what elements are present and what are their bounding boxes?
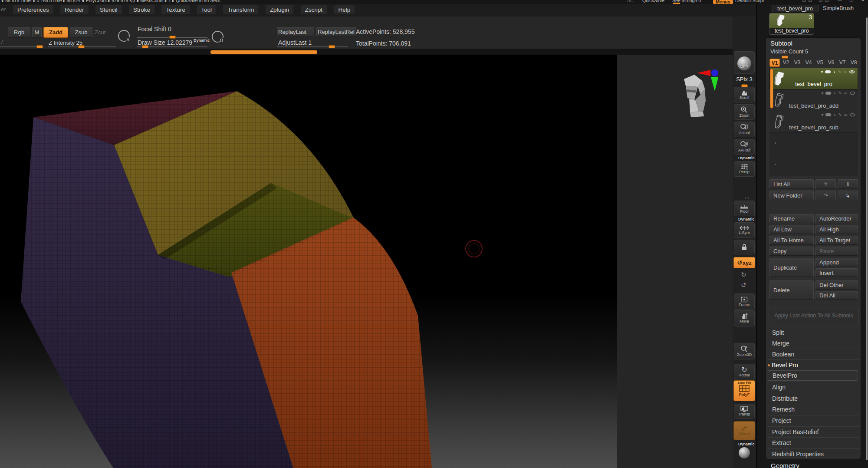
dock-left-icon[interactable]: ▤ <box>802 0 806 3</box>
subtool-eye-icon[interactable] <box>849 91 855 95</box>
rotate-z-icon[interactable]: ↺ <box>741 281 746 289</box>
focal-shift-handle[interactable] <box>169 36 176 39</box>
version-tab-v8[interactable]: V8 <box>848 59 859 67</box>
actual-button[interactable]: Actual <box>734 122 755 137</box>
delete-button[interactable]: Delete <box>769 280 814 300</box>
spix-slider[interactable]: SPix 3 <box>733 75 756 87</box>
all-low-button[interactable]: All Low <box>769 225 814 234</box>
move-up-button[interactable]: ⇧ <box>815 179 836 189</box>
del-other-button[interactable]: Del Other <box>815 280 858 290</box>
adjust-last-handle[interactable] <box>329 45 335 48</box>
restore-icon[interactable]: □ <box>850 0 852 3</box>
copy-button[interactable]: Copy <box>769 247 814 256</box>
menu-item-stencil[interactable]: Stencil <box>95 5 122 14</box>
menu-item-cut[interactable]: er <box>1 6 6 13</box>
all-to-target-button[interactable]: All To Target <box>815 236 858 245</box>
append-button[interactable]: Append <box>815 258 858 267</box>
menu-item-transform[interactable]: Transform <box>223 5 258 14</box>
subtool-eye-icon[interactable] <box>849 70 855 74</box>
op-distribute[interactable]: Distribute <box>767 393 859 404</box>
ac-toggle[interactable]: AC <box>627 0 634 3</box>
cut-slider-handle[interactable] <box>36 45 43 48</box>
transp-button[interactable]: Transp <box>734 404 755 419</box>
zoom-button[interactable]: Zoom <box>734 104 755 120</box>
op-extract[interactable]: Extract <box>767 437 859 448</box>
rotate-button[interactable]: ↻ Rotate <box>734 364 755 380</box>
all-high-button[interactable]: All High <box>815 225 858 234</box>
replay-last-rel-button[interactable]: ReplayLastRel <box>316 27 356 37</box>
dock-right-icon[interactable]: ▤ <box>819 0 822 3</box>
menu-item-help[interactable]: Help <box>334 5 355 14</box>
frame-button[interactable]: Frame <box>734 293 755 310</box>
menu-item-zplugin[interactable]: Zplugin <box>266 5 293 14</box>
autoreorder-button[interactable]: AutoReorder <box>815 214 858 223</box>
minimize-icon[interactable]: — <box>838 0 842 2</box>
geometry-section-header[interactable]: Geometry <box>771 462 799 468</box>
rotate-y-icon[interactable]: ↻ <box>741 271 746 279</box>
op-project[interactable]: Project <box>767 415 859 426</box>
move-button[interactable]: Move <box>734 310 755 326</box>
z-intensity-handle[interactable] <box>78 45 85 48</box>
zcut-button[interactable]: Zcut <box>95 29 105 36</box>
subtool-list-scrollbar[interactable] <box>770 69 773 109</box>
visible-count-handle[interactable] <box>782 56 788 59</box>
subtool-title[interactable]: Subtool <box>770 40 792 47</box>
subtool-polypaint-icon[interactable]: ◗ <box>833 69 835 74</box>
version-tab-v4[interactable]: V4 <box>803 59 814 67</box>
default-zscript-button[interactable]: DefaultZScript <box>735 0 764 3</box>
depth-curve-icon[interactable]: D <box>212 31 224 43</box>
bpr-button[interactable]: BPR <box>734 51 755 74</box>
dock-left2-icon[interactable]: ▤ <box>808 0 812 3</box>
menus-button[interactable]: Menus <box>713 0 733 4</box>
paste-button[interactable]: Paste <box>815 247 858 256</box>
version-tab-v2[interactable]: V2 <box>781 59 791 67</box>
version-tab-v1[interactable]: V1 <box>769 59 780 67</box>
version-tab-v6[interactable]: V6 <box>826 59 836 67</box>
del-all-button[interactable]: Del All <box>815 291 858 300</box>
stroke-curve-icon[interactable]: S <box>118 30 130 42</box>
aahalf-button[interactable]: AAHalf <box>734 139 755 155</box>
zadd-button[interactable]: Zadd <box>43 27 68 38</box>
subtool-row-empty[interactable] <box>769 154 858 175</box>
menu-item-preferences[interactable]: Preferences <box>13 5 53 14</box>
rename-button[interactable]: Rename <box>769 214 814 223</box>
subtool-row-sub[interactable]: ▾ ◗✎ ∞ test_bevel_pro_sub <box>769 111 858 133</box>
folder-up-button[interactable]: ↷ <box>815 191 836 200</box>
subtool-row-add[interactable]: ▾ ◗✎ ∞ test_bevel_pro_add <box>769 89 858 111</box>
close-icon[interactable]: ✕ <box>861 0 865 3</box>
draw-size-dynamic-label[interactable]: Dynamic <box>194 38 210 43</box>
menu-item-render[interactable]: Render <box>60 5 88 14</box>
op-split[interactable]: Split <box>767 327 859 338</box>
folder-into-button[interactable]: ↳ <box>838 191 858 200</box>
visible-count-slider[interactable]: Visible Count 5 <box>770 48 808 55</box>
duplicate-button[interactable]: Duplicate <box>769 258 814 277</box>
draw-size-handle[interactable] <box>142 45 148 48</box>
list-all-button[interactable]: List All <box>769 179 814 189</box>
canvas[interactable] <box>0 55 617 468</box>
apply-last-action-button[interactable]: Apply Last Action To All Subtools <box>769 307 859 324</box>
version-tab-v7[interactable]: V7 <box>837 59 848 67</box>
move-down-button[interactable]: ⇩ <box>838 179 858 189</box>
brush-tab[interactable]: SimpleBrush <box>823 5 854 11</box>
material-sphere-icon[interactable] <box>739 447 750 458</box>
op-remesh[interactable]: Remesh <box>767 404 859 415</box>
menu-item-texture[interactable]: Texture <box>161 5 189 14</box>
op-project-basrelief[interactable]: Project BasRelief <box>767 426 859 437</box>
ghost-button[interactable]: Ghost <box>733 421 755 440</box>
dock-right2-icon[interactable]: ▤ <box>825 0 829 3</box>
persp-button[interactable]: Persp <box>734 161 755 177</box>
tool-tab[interactable]: test_bevel_pro <box>772 5 819 12</box>
version-tab-v3[interactable]: V3 <box>792 59 802 67</box>
subtool-row-selected[interactable]: ▾ ◗ ✎ ∞ test_bevel_pro <box>769 68 858 89</box>
subtool-link-icon[interactable]: ∞ <box>844 69 847 74</box>
op-bevel-pro[interactable]: Bevel Pro <box>767 359 859 370</box>
menu-item-tool[interactable]: Tool <box>197 5 216 14</box>
current-tool-thumbnail[interactable]: 3 test_bevel_pro <box>769 13 814 35</box>
version-tab-v5[interactable]: V5 <box>815 59 825 67</box>
op-boolean[interactable]: Boolean <box>767 349 859 359</box>
subtool-caret-icon[interactable]: ▾ <box>821 69 823 74</box>
op-merge[interactable]: Merge <box>767 338 859 349</box>
new-folder-button[interactable]: New Folder <box>769 191 814 200</box>
floor-button[interactable]: Floor <box>734 201 755 216</box>
quicksave-button[interactable]: QuickSave <box>642 0 664 3</box>
